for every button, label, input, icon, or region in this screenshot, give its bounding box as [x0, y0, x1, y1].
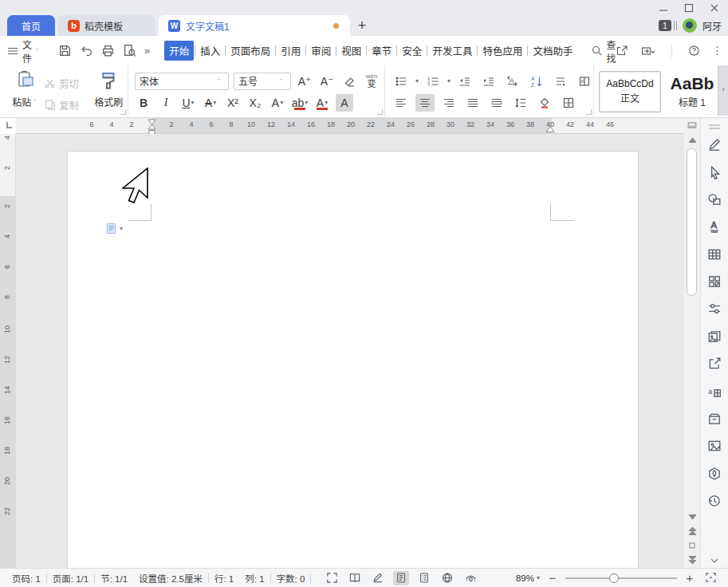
italic-button[interactable]: I	[157, 94, 175, 112]
ribbon-tab-6[interactable]: 章节	[368, 41, 395, 61]
ribbon-tab-0[interactable]: 开始	[164, 41, 194, 61]
material-box-icon[interactable]	[705, 409, 724, 428]
zoom-in-button[interactable]: +	[683, 571, 696, 585]
group-dialog-launcher[interactable]	[586, 109, 592, 115]
underline-button[interactable]: U▾	[179, 94, 197, 112]
font-size-combo[interactable]: 五号	[234, 73, 291, 90]
table-icon[interactable]	[705, 245, 724, 264]
read-mode-icon[interactable]	[347, 571, 363, 585]
file-menu-button[interactable]: 文件	[19, 37, 45, 65]
avatar[interactable]	[683, 18, 697, 33]
bold-button[interactable]: B	[135, 94, 152, 112]
help-icon[interactable]	[688, 45, 700, 57]
align-left-icon[interactable]	[392, 94, 411, 112]
ruler-toggle-icon[interactable]	[687, 120, 698, 131]
adjust-sliders-icon[interactable]	[705, 299, 724, 318]
superscript-button[interactable]: X²	[224, 94, 242, 112]
frame-setting-icon[interactable]: F	[575, 73, 594, 90]
zoom-slider[interactable]	[565, 573, 677, 584]
highlight-button[interactable]: ab▾	[291, 94, 309, 112]
ribbon-tab-10[interactable]: 文档助手	[529, 41, 576, 61]
borders-icon[interactable]	[559, 94, 578, 112]
undo-icon[interactable]	[80, 44, 93, 57]
switch-window-icon[interactable]	[639, 45, 655, 57]
char-shading-button[interactable]: A	[336, 94, 353, 112]
cut-button[interactable]: 剪切	[44, 77, 89, 90]
minimize-icon[interactable]	[655, 2, 672, 14]
status-segment-1[interactable]: 页面: 1/1	[47, 572, 94, 585]
line-spacing-icon[interactable]	[511, 94, 530, 112]
document-canvas[interactable]: ▾	[16, 134, 684, 568]
pinyin-guide-button[interactable]: wén变	[363, 73, 380, 90]
wordart-icon[interactable]: A	[705, 217, 724, 236]
ribbon-tab-2[interactable]: 页面布局	[226, 41, 274, 61]
group-dialog-launcher[interactable]	[120, 109, 126, 115]
status-segment-3[interactable]: 设置值: 2.5厘米	[133, 572, 208, 585]
hamburger-icon[interactable]	[6, 45, 19, 57]
ribbon-tab-9[interactable]: 特色应用	[478, 41, 526, 61]
status-segment-5[interactable]: 列: 1	[239, 572, 270, 585]
docer-leaf-icon[interactable]	[705, 464, 724, 483]
zoom-out-button[interactable]: −	[546, 571, 559, 585]
print-icon[interactable]	[101, 44, 115, 57]
status-segment-0[interactable]: 页码: 1	[6, 572, 46, 585]
select-browse-object-button[interactable]	[687, 541, 697, 550]
zoom-level-button[interactable]: 89%▾	[516, 573, 540, 583]
outdent-icon[interactable]	[455, 73, 474, 90]
text-effects-button[interactable]: A▾	[269, 94, 286, 112]
session-badge[interactable]: 1	[659, 20, 671, 31]
number-list-icon[interactable]: 123	[423, 73, 443, 90]
history-icon[interactable]	[705, 491, 724, 510]
edit-pen-icon[interactable]	[705, 135, 724, 154]
copy-button[interactable]: 复制	[44, 98, 89, 112]
shrink-font-button[interactable]: A⁻	[318, 73, 336, 90]
sort-icon[interactable]: AZ	[527, 73, 546, 90]
maximize-icon[interactable]	[680, 2, 698, 14]
more-kebab-icon[interactable]	[711, 45, 723, 57]
document-page[interactable]: ▾	[68, 152, 638, 568]
close-icon[interactable]	[706, 2, 723, 14]
shapes-icon[interactable]	[705, 190, 724, 209]
zoom-slider-thumb[interactable]	[609, 573, 619, 583]
strikethrough-button[interactable]: A▾	[202, 94, 219, 112]
tab-selector-icon[interactable]	[4, 120, 14, 130]
share-icon[interactable]	[705, 354, 724, 373]
font-color-button[interactable]: A▾	[313, 94, 331, 112]
search-button[interactable]: 查找	[591, 37, 616, 65]
picture-icon[interactable]	[705, 436, 724, 455]
ribbon-tab-1[interactable]: 插入	[196, 41, 224, 61]
scrollbar-thumb[interactable]	[687, 148, 697, 296]
style-card[interactable]: AaBb标题 1	[661, 71, 718, 112]
justify-icon[interactable]	[463, 94, 482, 112]
bullet-list-icon[interactable]	[392, 73, 411, 90]
group-dialog-launcher[interactable]	[377, 109, 383, 115]
translate-icon[interactable]: a	[705, 382, 724, 401]
previous-page-button[interactable]	[687, 526, 697, 536]
vertical-ruler[interactable]: 24246810121416182022	[0, 134, 16, 568]
eye-protect-icon[interactable]	[462, 571, 478, 585]
ribbon-tab-8[interactable]: 开发工具	[428, 41, 476, 61]
vertical-scrollbar[interactable]	[684, 118, 700, 568]
align-center-icon[interactable]	[415, 94, 435, 112]
quick-access-more-button[interactable]: »	[144, 45, 150, 57]
grow-font-button[interactable]: A⁺	[296, 73, 313, 90]
paste-button[interactable]: 粘贴	[8, 70, 44, 117]
tab-home[interactable]: 首页	[7, 15, 55, 36]
sidebar-more-chevron-icon[interactable]	[701, 558, 728, 563]
new-tab-button[interactable]: +	[350, 15, 374, 36]
status-segment-4[interactable]: 行: 1	[209, 572, 239, 585]
print-preview-icon[interactable]	[123, 44, 136, 57]
ribbon-tab-3[interactable]: 引用	[277, 41, 305, 61]
align-right-icon[interactable]	[439, 94, 458, 112]
web-view-icon[interactable]	[439, 571, 455, 585]
tab-docer[interactable]: b 稻壳模板	[58, 15, 155, 36]
horizontal-ruler[interactable]: 6422468101214161820222426283032343638404…	[16, 118, 684, 134]
share-window-icon[interactable]	[616, 45, 628, 57]
clear-format-icon[interactable]	[340, 73, 358, 90]
ribbon-tab-5[interactable]: 视图	[337, 41, 365, 61]
shading-icon[interactable]	[535, 94, 554, 112]
drag-handle-icon[interactable]	[709, 124, 720, 129]
next-page-button[interactable]	[687, 555, 697, 565]
status-segment-6[interactable]: 字数: 0	[271, 572, 311, 585]
char-scale-icon[interactable]: A	[503, 73, 522, 90]
